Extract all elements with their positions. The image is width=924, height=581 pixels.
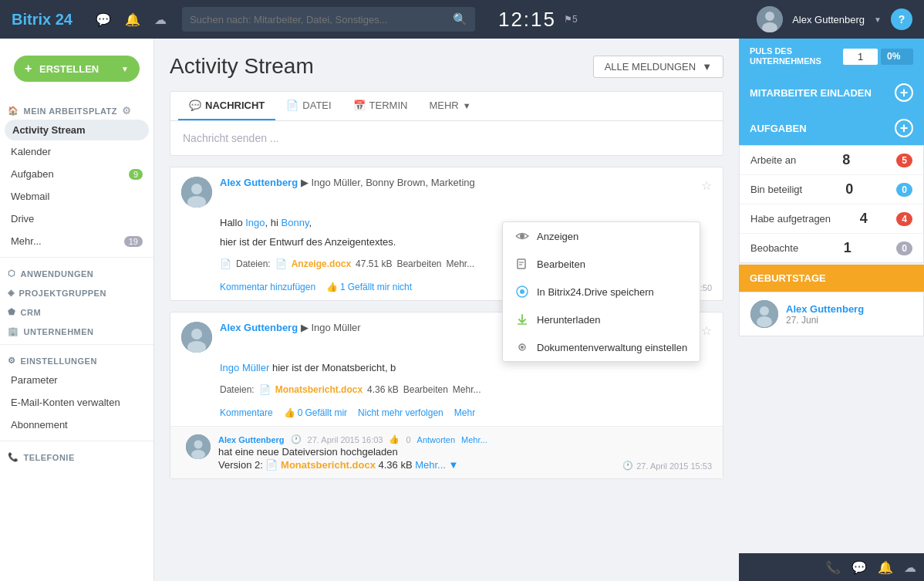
sidebar-section-telefonie[interactable]: 📞 TELEFONIE (0, 446, 153, 465)
sidebar-section-anwendungen[interactable]: ⬡ ANWENDUNGEN (0, 262, 153, 282)
cloud-icon[interactable]: ☁ (154, 12, 167, 27)
context-menu-save-drive[interactable]: In Bitrix24.Drive speichern (503, 278, 700, 306)
tab-termin[interactable]: 📅 TERMIN (342, 92, 419, 120)
sidebar-item-kalender[interactable]: Kalender (0, 140, 153, 163)
task-label-1: Arbeite an (750, 154, 796, 166)
username[interactable]: Alex Guttenberg (792, 14, 865, 25)
dropdown-arrow-icon[interactable]: ▼ (874, 15, 882, 24)
more-action[interactable]: Mehr (454, 407, 475, 418)
invite-panel[interactable]: MITARBEITER EINLADEN + (739, 74, 924, 111)
bottom-cloud-icon[interactable]: ☁ (904, 560, 916, 575)
post-files-2: Dateien: 📄 Monatsbericht.docx 4.36 kB Be… (170, 381, 723, 403)
sidebar-item-activity-stream[interactable]: Activity Stream (5, 120, 149, 140)
comment-action-1[interactable]: Kommentar hinzufügen (220, 282, 315, 292)
comment-file-link[interactable]: Monatsbericht.docx (281, 459, 376, 471)
search-box[interactable]: 🔍 (182, 7, 475, 32)
context-menu-herunterladen[interactable]: Herunterladen (503, 306, 700, 333)
create-button[interactable]: + ERSTELLEN ▼ (14, 56, 140, 82)
sidebar-item-abonnement[interactable]: Abonnement (0, 414, 153, 436)
task-row-2[interactable]: Bin beteiligt 0 0 (740, 175, 923, 204)
sidebar-item-parameter[interactable]: Parameter (0, 369, 153, 391)
gear-icon[interactable]: ⚙ (122, 105, 132, 117)
task-row-1[interactable]: Arbeite an 8 5 (740, 146, 923, 175)
filter-button[interactable]: ALLE MELDUNGEN ▼ (593, 56, 723, 78)
sidebar-item-mehr[interactable]: Mehr... 19 (0, 230, 153, 252)
bottom-bell-icon[interactable]: 🔔 (878, 560, 893, 575)
file-bearbeiten-1[interactable]: Bearbeiten (396, 258, 441, 269)
task-label-3: Habe aufgetragen (750, 213, 831, 225)
like-action-1[interactable]: 👍 1 Gefällt mir nicht (326, 282, 412, 292)
svg-rect-7 (518, 259, 525, 269)
svg-point-22 (760, 306, 769, 316)
sidebar-divider-2 (0, 344, 153, 345)
compose-box: 💬 NACHRICHT 📄 DATEI 📅 TERMIN MEHR ▼ Nach… (170, 91, 723, 156)
mention-bonny-1[interactable]: Bonny (282, 217, 309, 228)
star-icon-1[interactable]: ☆ (701, 178, 712, 193)
file-link-2[interactable]: Monatsbericht.docx (275, 384, 363, 395)
puls-card: PULS DES UNTERNEHMENS 0% (739, 39, 924, 74)
tab-datei[interactable]: 📄 DATEI (275, 92, 342, 120)
birthday-name-1[interactable]: Alex Guttenberg (786, 303, 864, 315)
chat-icon[interactable]: 💬 (96, 12, 111, 27)
sidebar-item-aufgaben[interactable]: Aufgaben 9 (0, 163, 153, 185)
mention-ingo-2[interactable]: Ingo Müller (220, 362, 269, 373)
context-menu-anzeigen[interactable]: Anzeigen (503, 222, 700, 250)
invite-label: MITARBEITER EINLADEN (750, 87, 872, 99)
search-icon[interactable]: 🔍 (453, 12, 467, 26)
sidebar-section-projektgruppen[interactable]: ◈ PROJEKTGRUPPEN (0, 282, 153, 301)
post-author-2[interactable]: Alex Guttenberg (220, 322, 298, 333)
help-button[interactable]: ? (891, 8, 912, 30)
comment-action-2[interactable]: Kommentare (220, 407, 273, 418)
invite-plus-icon[interactable]: + (895, 83, 913, 102)
file-icon: 📄 (286, 100, 298, 111)
sidebar-item-drive[interactable]: Drive (0, 208, 153, 230)
page-header: Activity Stream ALLE MELDUNGEN ▼ (170, 54, 723, 79)
thumbs-up-icon-1: 👍 (326, 282, 338, 292)
message-icon: 💬 (189, 100, 201, 111)
bell-icon[interactable]: 🔔 (125, 12, 140, 27)
file-mehr-2[interactable]: Mehr... (453, 384, 481, 395)
search-input[interactable] (190, 14, 453, 25)
like-action-2[interactable]: 👍 0 Gefällt mir (284, 407, 347, 418)
calendar-icon: 📅 (353, 100, 366, 111)
bottom-phone-icon[interactable]: 📞 (825, 560, 841, 575)
comment-author[interactable]: Alex Guttenberg (218, 435, 285, 444)
file-link-1[interactable]: Anzeige.docx (292, 258, 351, 269)
context-menu-dokumentverwaltung[interactable]: Dokumentenverwaltung einstellen (503, 333, 700, 361)
task-count-1: 8 (842, 152, 850, 168)
avatar[interactable] (757, 6, 783, 32)
tab-mehr[interactable]: MEHR ▼ (418, 92, 481, 120)
clock-icon-2: 🕐 (622, 461, 633, 471)
puls-value-input[interactable] (843, 49, 878, 65)
task-row-4[interactable]: Beobachte 1 0 (740, 234, 923, 262)
comment-like-icon: 👍 (389, 434, 400, 444)
mention-ingo-1[interactable]: Ingo (245, 217, 265, 228)
bottom-chat-icon[interactable]: 💬 (851, 560, 867, 575)
sidebar-item-email-konten[interactable]: E-Mail-Konten verwalten (0, 391, 153, 414)
topnav: Bitrix 24 💬 🔔 ☁ 🔍 12:15 ⚑5 Alex Guttenbe… (0, 0, 924, 39)
compose-input[interactable]: Nachricht senden ... (170, 121, 723, 155)
sidebar-item-webmail[interactable]: Webmail (0, 185, 153, 208)
comment-mehr[interactable]: Mehr... (461, 435, 487, 444)
sidebar-section-crm[interactable]: ⬟ CRM (0, 301, 153, 320)
task-label-4: Beobachte (750, 242, 798, 254)
tab-nachricht[interactable]: 💬 NACHRICHT (178, 92, 275, 120)
task-row-3[interactable]: Habe aufgetragen 4 4 (740, 204, 923, 234)
sidebar-section-unternehmen[interactable]: 🏢 UNTERNEHMEN (0, 320, 153, 339)
comment-mehr-file[interactable]: Mehr... ▼ (415, 459, 458, 471)
comment-antworten[interactable]: Antworten (417, 435, 456, 444)
post-body-p2: Ingo Müller hier ist der Monatsbericht, … (170, 359, 723, 381)
task-count-4: 1 (844, 240, 851, 256)
filter-arrow-icon: ▼ (702, 61, 712, 73)
file-mehr-1[interactable]: Mehr... (446, 258, 474, 269)
tasks-add-icon[interactable]: + (895, 119, 913, 137)
context-menu-bearbeiten[interactable]: Bearbeiten (503, 250, 700, 278)
file-bearbeiten-2[interactable]: Bearbeiten (403, 384, 448, 395)
unfollow-action[interactable]: Nicht mehr verfolgen (358, 407, 443, 418)
puls-inputs: 0% (843, 49, 913, 65)
birthday-card: GEBURTSTAGE Alex Guttenberg 27. Juni (739, 265, 924, 336)
sidebar-section-einstellungen[interactable]: ⚙ EINSTELLUNGEN (0, 350, 153, 369)
star-icon-2[interactable]: ☆ (701, 323, 712, 338)
post-author-1[interactable]: Alex Guttenberg (220, 177, 298, 188)
logo[interactable]: Bitrix 24 (12, 11, 73, 29)
